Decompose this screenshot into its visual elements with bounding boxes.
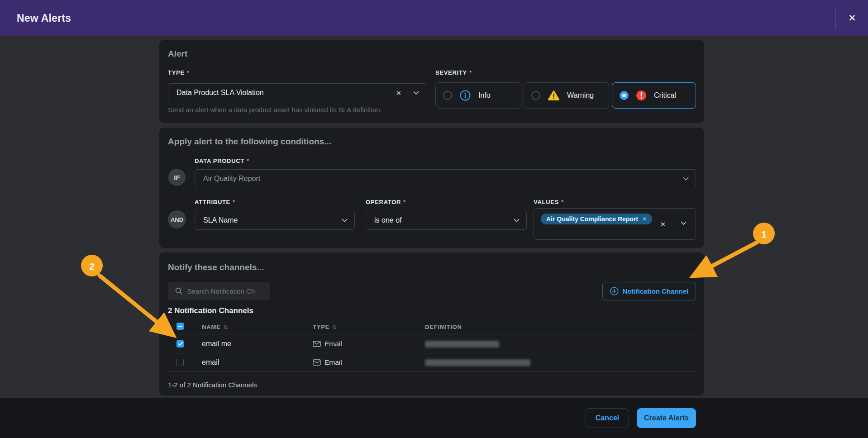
add-notification-channel-button[interactable]: Notification Channel: [602, 282, 696, 300]
chevron-down-icon[interactable]: [683, 177, 689, 181]
indeterminate-icon: [178, 324, 182, 328]
chevron-down-icon[interactable]: [681, 221, 687, 225]
notify-card: Notify these channels... Notification Ch…: [159, 252, 704, 395]
clear-icon[interactable]: ✕: [660, 221, 666, 228]
channel-name: email: [202, 358, 219, 367]
required-marker: *: [247, 157, 249, 164]
row-checkbox-unchecked[interactable]: [176, 359, 184, 366]
check-icon: [178, 342, 183, 346]
radio-unselected-icon[interactable]: [531, 91, 540, 100]
and-badge: AND: [168, 210, 186, 229]
data-product-label: DATA PRODUCT*: [195, 157, 249, 164]
column-header-type[interactable]: TYPE⇅: [313, 324, 337, 330]
modal-header: New Alerts ✕: [0, 0, 868, 36]
table-header: NAME⇅ TYPE⇅ DEFINITION: [168, 322, 696, 334]
add-channel-label: Notification Channel: [623, 287, 689, 295]
clear-icon[interactable]: ✕: [396, 90, 401, 96]
radio-unselected-icon[interactable]: [443, 91, 452, 100]
alert-type-value: Data Product SLA Violation: [176, 89, 396, 97]
alert-card: Alert TYPE* Data Product SLA Violation ✕…: [159, 40, 704, 123]
operator-label: OPERATOR*: [366, 199, 406, 205]
email-icon: [313, 359, 321, 366]
warning-icon: [548, 90, 560, 101]
chevron-down-icon[interactable]: [342, 219, 348, 223]
values-label: VALUES*: [534, 199, 564, 205]
info-icon: [459, 90, 471, 101]
values-multiselect[interactable]: Air Quality Compliance Report ✕ ✕: [534, 208, 696, 240]
required-marker: *: [469, 69, 472, 76]
alert-heading: Alert: [168, 49, 187, 59]
sort-icon: ⇅: [223, 324, 228, 330]
value-chip-label: Air Quality Compliance Report: [546, 215, 638, 223]
severity-option-label: Info: [478, 91, 491, 100]
channel-type: Email: [313, 340, 342, 348]
required-marker: *: [187, 69, 190, 76]
severity-option-label: Critical: [654, 91, 676, 100]
data-product-value: Air Quality Report: [203, 175, 671, 183]
if-badge: IF: [168, 169, 186, 186]
new-alerts-modal: New Alerts ✕ Alert TYPE* Data Product SL…: [0, 0, 868, 438]
critical-icon: [636, 90, 647, 101]
conditions-heading: Apply alert to the following conditions.…: [168, 137, 331, 147]
type-hint: Send an alert when a data product asset …: [168, 106, 382, 114]
modal-content: Alert TYPE* Data Product SLA Violation ✕…: [0, 36, 868, 398]
type-label: TYPE*: [168, 69, 190, 76]
search-icon: [175, 287, 183, 295]
redacted-definition: [425, 359, 530, 366]
chevron-down-icon[interactable]: [413, 91, 419, 95]
email-icon: [313, 341, 321, 347]
data-product-select[interactable]: Air Quality Report: [195, 169, 696, 188]
search-box: [168, 282, 270, 300]
page-title: New Alerts: [17, 0, 71, 36]
severity-option-label: Warning: [567, 91, 594, 100]
row-checkbox-checked[interactable]: [176, 340, 184, 348]
create-alerts-button[interactable]: Create Alerts: [637, 408, 696, 428]
pagination-text: 1-2 of 2 Notification Channels: [168, 381, 257, 389]
alert-type-select[interactable]: Data Product SLA Violation ✕: [168, 83, 426, 102]
severity-option-critical[interactable]: Critical: [612, 82, 696, 109]
channel-name: email me: [202, 340, 231, 348]
column-header-name[interactable]: NAME⇅: [202, 324, 228, 330]
attribute-value: SLA Name: [203, 216, 330, 224]
attribute-select[interactable]: SLA Name: [195, 211, 355, 230]
conditions-card: Apply alert to the following conditions.…: [159, 128, 704, 248]
attribute-label: ATTRIBUTE*: [195, 199, 235, 205]
sort-icon: ⇅: [332, 324, 337, 330]
table-row[interactable]: email Email: [168, 353, 696, 372]
operator-value: is one of: [374, 216, 502, 224]
redacted-definition: [425, 341, 499, 348]
select-all-checkbox[interactable]: [176, 323, 184, 330]
table-row[interactable]: email me Email: [168, 335, 696, 353]
column-header-definition: DEFINITION: [425, 324, 462, 330]
operator-select[interactable]: is one of: [366, 211, 527, 230]
chip-remove-icon[interactable]: ✕: [642, 216, 647, 222]
close-icon: ✕: [848, 13, 856, 24]
channel-type: Email: [313, 358, 342, 367]
plus-circle-icon: [610, 287, 619, 295]
chevron-down-icon[interactable]: [514, 219, 520, 223]
header-divider: [835, 7, 835, 29]
radio-selected-icon[interactable]: [620, 91, 629, 100]
severity-option-warning[interactable]: Warning: [524, 82, 609, 109]
channel-count: 2 Notification Channels: [168, 306, 253, 315]
notify-heading: Notify these channels...: [168, 262, 264, 272]
cancel-button[interactable]: Cancel: [586, 408, 629, 428]
modal-footer: Cancel Create Alerts: [0, 398, 868, 438]
severity-label: SEVERITY*: [435, 69, 472, 76]
value-chip: Air Quality Compliance Report ✕: [541, 214, 652, 224]
close-button[interactable]: ✕: [843, 9, 862, 28]
search-input[interactable]: [187, 287, 266, 295]
severity-option-info[interactable]: Info: [435, 82, 521, 109]
